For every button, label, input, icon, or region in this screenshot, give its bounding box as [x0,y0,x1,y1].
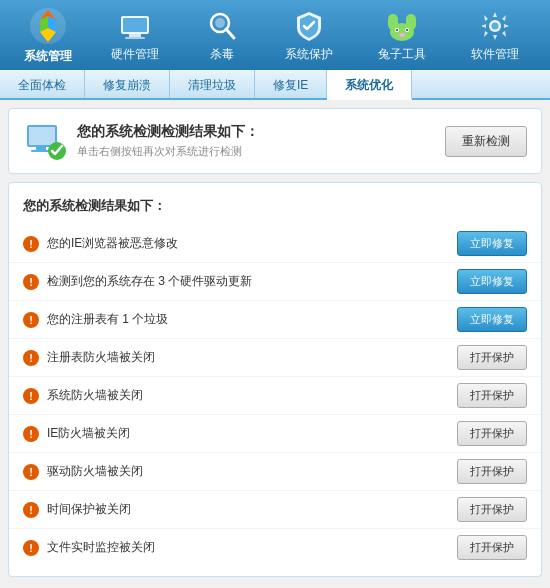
rabbit-icon [384,8,420,44]
summary-left: 您的系统检测检测结果如下： 单击右侧按钮再次对系统进行检测 [23,119,259,163]
svg-point-15 [399,33,405,37]
svg-point-17 [492,22,499,29]
result-left: !您的注册表有 1 个垃圾 [23,311,168,328]
result-text: IE防火墙被关闭 [47,425,130,442]
top-bar: 系统管理 硬件管理 杀毒 [0,0,550,70]
result-row: !注册表防火墙被关闭打开保护 [9,339,541,377]
svg-point-7 [215,18,225,28]
nav-item-gear[interactable]: 软件管理 [461,2,529,69]
warn-icon: ! [23,502,39,518]
result-text: 系统防火墙被关闭 [47,387,143,404]
fix-button[interactable]: 立即修复 [457,269,527,294]
result-row: !文件实时监控被关闭打开保护 [9,529,541,566]
result-row: !IE防火墙被关闭打开保护 [9,415,541,453]
result-text: 文件实时监控被关闭 [47,539,155,556]
result-row: !您的IE浏览器被恶意修改立即修复 [9,225,541,263]
result-left: !您的IE浏览器被恶意修改 [23,235,178,252]
svg-rect-2 [123,18,147,32]
nav-item-hardware[interactable]: 硬件管理 [101,2,169,69]
warn-icon: ! [23,312,39,328]
result-left: !注册表防火墙被关闭 [23,349,155,366]
summary-text-wrap: 您的系统检测检测结果如下： 单击右侧按钮再次对系统进行检测 [77,123,259,159]
protect-button[interactable]: 打开保护 [457,535,527,560]
warn-icon: ! [23,388,39,404]
warn-icon: ! [23,464,39,480]
result-text: 时间保护被关闭 [47,501,131,518]
nav-label-antivirus: 杀毒 [210,46,234,63]
summary-title: 您的系统检测检测结果如下： [77,123,259,141]
summary-subtitle: 单击右侧按钮再次对系统进行检测 [77,144,259,159]
protect-button[interactable]: 打开保护 [457,383,527,408]
nav-item-antivirus[interactable]: 杀毒 [194,2,250,69]
result-text: 检测到您的系统存在 3 个硬件驱动更新 [47,273,252,290]
tab-xiufu-bengkui[interactable]: 修复崩溃 [85,70,170,98]
warn-icon: ! [23,274,39,290]
fix-button[interactable]: 立即修复 [457,231,527,256]
result-left: !IE防火墙被关闭 [23,425,130,442]
warn-icon: ! [23,540,39,556]
tab-bar: 全面体检 修复崩溃 清理垃圾 修复IE 系统优化 [0,70,550,100]
result-text: 您的IE浏览器被恶意修改 [47,235,178,252]
shield-icon [291,8,327,44]
warn-icon: ! [23,236,39,252]
nav-label-rabbit: 兔子工具 [378,46,426,63]
nav-item-rabbit[interactable]: 兔子工具 [368,2,436,69]
antivirus-icon [204,8,240,44]
results-rows: !您的IE浏览器被恶意修改立即修复!检测到您的系统存在 3 个硬件驱动更新立即修… [9,225,541,566]
tab-xitong-youhua[interactable]: 系统优化 [327,70,412,100]
result-row: !您的注册表有 1 个垃圾立即修复 [9,301,541,339]
nav-label-hardware: 硬件管理 [111,46,159,63]
result-left: !文件实时监控被关闭 [23,539,155,556]
nav-label-shield: 系统保护 [285,46,333,63]
result-text: 驱动防火墙被关闭 [47,463,143,480]
result-left: !驱动防火墙被关闭 [23,463,143,480]
logo-label: 系统管理 [24,48,72,65]
svg-point-10 [390,23,414,41]
tab-quanmian[interactable]: 全面体检 [0,70,85,98]
result-text: 您的注册表有 1 个垃圾 [47,311,168,328]
results-title: 您的系统检测结果如下： [9,193,541,225]
hardware-icon [117,8,153,44]
warn-icon: ! [23,426,39,442]
protect-button[interactable]: 打开保护 [457,345,527,370]
result-row: !系统防火墙被关闭打开保护 [9,377,541,415]
results-section: 您的系统检测结果如下： !您的IE浏览器被恶意修改立即修复!检测到您的系统存在 … [8,182,542,577]
svg-rect-4 [125,37,145,39]
nav-items: 硬件管理 杀毒 系统保护 [88,2,542,69]
result-row: !驱动防火墙被关闭打开保护 [9,453,541,491]
logo-area: 系统管理 [8,6,88,65]
warn-icon: ! [23,350,39,366]
summary-banner: 您的系统检测检测结果如下： 单击右侧按钮再次对系统进行检测 重新检测 [8,108,542,174]
tab-xiufu-ie[interactable]: 修复IE [255,70,327,98]
svg-rect-19 [29,127,55,145]
svg-rect-3 [129,34,141,37]
protect-button[interactable]: 打开保护 [457,421,527,446]
protect-button[interactable]: 打开保护 [457,497,527,522]
result-left: !系统防火墙被关闭 [23,387,143,404]
nav-item-shield[interactable]: 系统保护 [275,2,343,69]
result-left: !时间保护被关闭 [23,501,131,518]
svg-rect-20 [36,147,46,150]
rescan-button[interactable]: 重新检测 [445,126,527,157]
tab-qingli-laji[interactable]: 清理垃圾 [170,70,255,98]
result-left: !检测到您的系统存在 3 个硬件驱动更新 [23,273,252,290]
gear-icon [477,8,513,44]
nav-label-gear: 软件管理 [471,46,519,63]
result-row: !检测到您的系统存在 3 个硬件驱动更新立即修复 [9,263,541,301]
svg-line-6 [226,29,234,38]
protect-button[interactable]: 打开保护 [457,459,527,484]
svg-point-13 [396,29,398,31]
logo-icon [28,6,68,46]
result-row: !时间保护被关闭打开保护 [9,491,541,529]
result-text: 注册表防火墙被关闭 [47,349,155,366]
fix-button[interactable]: 立即修复 [457,307,527,332]
svg-point-14 [406,29,408,31]
summary-computer-icon [23,119,67,163]
